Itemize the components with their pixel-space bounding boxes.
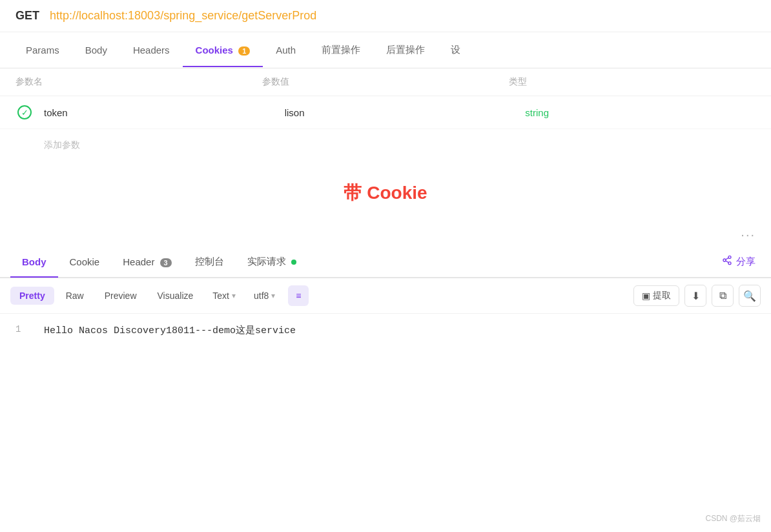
footer-text: CSDN @茹云烟 xyxy=(705,514,761,523)
res-tab-actual-req[interactable]: 实际请求 xyxy=(236,247,308,277)
request-url[interactable]: http://localhost:18003/spring_service/ge… xyxy=(50,9,316,23)
fmt-visualize[interactable]: Visualize xyxy=(149,287,203,305)
check-circle-icon: ✓ xyxy=(17,105,32,119)
format-bar: Pretty Raw Preview Visualize Text ▾ utf8… xyxy=(0,278,771,314)
header-badge: 3 xyxy=(160,258,172,267)
response-content: 1 Hello Nacos Discovery18011---demo这是ser… xyxy=(0,314,771,378)
cookie-value[interactable]: lison xyxy=(285,107,526,118)
col-value: 参数值 xyxy=(262,76,509,88)
request-tabs: Params Body Headers Cookies 1 Auth 前置操作 … xyxy=(0,32,771,68)
http-method: GET xyxy=(15,9,39,23)
active-dot-icon xyxy=(291,260,296,265)
share-icon xyxy=(722,255,732,268)
download-button[interactable]: ⬇ xyxy=(684,285,706,307)
tab-body[interactable]: Body xyxy=(72,33,120,67)
res-tab-cookie[interactable]: Cookie xyxy=(58,247,112,276)
copy-icon: ⧉ xyxy=(719,290,726,302)
svg-line-3 xyxy=(726,261,729,263)
extract-button[interactable]: ▣ 提取 xyxy=(633,285,679,306)
search-icon: 🔍 xyxy=(743,290,756,302)
extract-label: 提取 xyxy=(653,290,671,302)
res-tab-header[interactable]: Header 3 xyxy=(111,247,183,276)
cookies-section: 参数名 参数值 类型 ✓ token lison string 添加参数 xyxy=(0,68,771,161)
enabled-toggle[interactable]: ✓ xyxy=(5,105,44,119)
response-line: 1 Hello Nacos Discovery18011---demo这是ser… xyxy=(15,324,756,336)
response-text: Hello Nacos Discovery18011---demo这是servi… xyxy=(44,324,296,336)
share-label: 分享 xyxy=(736,256,756,268)
line-number: 1 xyxy=(15,324,28,334)
tab-headers[interactable]: Headers xyxy=(120,33,183,67)
cookie-name[interactable]: token xyxy=(44,107,285,118)
tab-params[interactable]: Params xyxy=(13,33,72,67)
fmt-raw[interactable]: Raw xyxy=(57,287,93,305)
tab-pre-op[interactable]: 前置操作 xyxy=(309,32,373,68)
extract-icon: ▣ xyxy=(642,291,650,301)
word-wrap-button[interactable]: ≡ xyxy=(288,285,309,306)
cookie-banner: 带 Cookie xyxy=(0,161,771,218)
footer: CSDN @茹云烟 xyxy=(705,513,761,524)
tab-post-op[interactable]: 后置操作 xyxy=(373,32,438,68)
cookie-type: string xyxy=(525,107,766,118)
tab-settings[interactable]: 设 xyxy=(438,32,473,68)
table-header: 参数名 参数值 类型 xyxy=(0,68,771,96)
fmt-pretty[interactable]: Pretty xyxy=(10,287,54,305)
col-name: 参数名 xyxy=(15,76,262,88)
add-param-button[interactable]: 添加参数 xyxy=(0,129,771,161)
url-bar: GET http://localhost:18003/spring_servic… xyxy=(0,0,771,32)
cookie-banner-text: 带 Cookie xyxy=(344,183,427,203)
res-tab-body[interactable]: Body xyxy=(10,247,58,276)
encoding-dropdown[interactable]: utf8 ▾ xyxy=(246,287,283,305)
response-action-icons: ▣ 提取 ⬇ ⧉ 🔍 xyxy=(633,285,761,307)
chevron-down-icon: ▾ xyxy=(232,291,236,300)
text-format-dropdown[interactable]: Text ▾ xyxy=(205,287,243,305)
more-options[interactable]: ... xyxy=(0,218,771,246)
col-type: 类型 xyxy=(509,76,756,88)
cookie-row: ✓ token lison string xyxy=(0,96,771,129)
chevron-down-icon: ▾ xyxy=(271,291,275,300)
search-button[interactable]: 🔍 xyxy=(739,285,761,307)
download-icon: ⬇ xyxy=(692,290,700,302)
svg-line-4 xyxy=(726,258,729,260)
fmt-preview[interactable]: Preview xyxy=(96,287,146,305)
response-tabs: Body Cookie Header 3 控制台 实际请求 分享 xyxy=(0,246,771,278)
cookies-badge: 1 xyxy=(238,46,250,56)
tab-cookies[interactable]: Cookies 1 xyxy=(183,33,263,67)
res-tab-console[interactable]: 控制台 xyxy=(183,247,236,277)
copy-button[interactable]: ⧉ xyxy=(712,285,734,307)
tab-auth[interactable]: Auth xyxy=(263,33,309,67)
share-button[interactable]: 分享 xyxy=(717,246,761,277)
